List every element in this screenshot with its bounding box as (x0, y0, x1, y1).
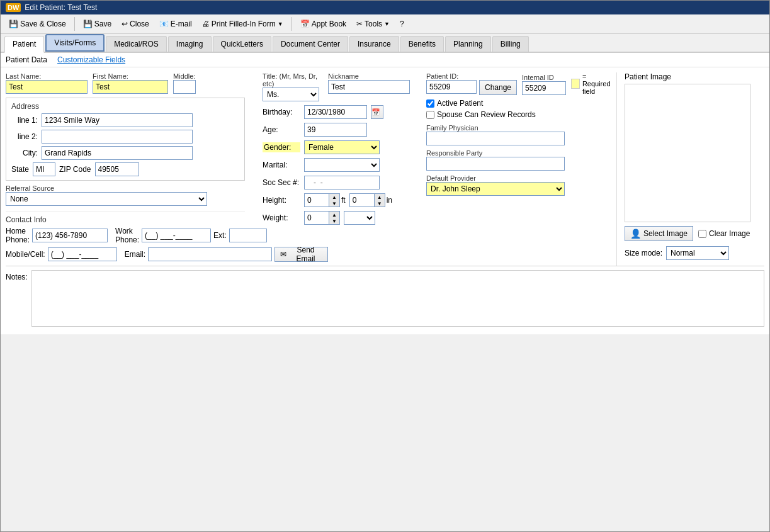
height-in-btns: ▲ ▼ (375, 193, 385, 207)
middle-input[interactable] (173, 80, 196, 94)
last-name-input[interactable] (6, 80, 88, 94)
spouse-review-label: Spouse Can Review Records (426, 110, 605, 119)
sub-tab-customizable-fields[interactable]: Customizable Fields (57, 55, 125, 64)
notes-container (31, 270, 764, 327)
notes-section: Notes: (6, 266, 764, 329)
birthday-input[interactable] (304, 105, 367, 119)
nickname-input[interactable] (328, 80, 410, 94)
print-icon: 🖨 (202, 20, 210, 28)
tab-planning[interactable]: Planning (445, 36, 491, 52)
state-input[interactable] (33, 162, 55, 176)
weight-unit-select[interactable] (344, 211, 375, 225)
patient-id-controls: Change (426, 80, 517, 95)
soc-sec-label: Soc Sec #: (263, 178, 300, 187)
height-in-group: ▲ ▼ in (349, 193, 392, 207)
spouse-review-checkbox[interactable] (426, 111, 434, 119)
birthday-row: Birthday: 📅 (263, 105, 410, 119)
height-ft-input[interactable] (304, 193, 329, 207)
default-provider-select[interactable]: Dr. John Sleep (426, 182, 565, 196)
title-select[interactable]: Ms. (263, 88, 319, 101)
tools-dropdown-arrow: ▼ (384, 21, 390, 27)
height-in-down[interactable]: ▼ (375, 200, 385, 207)
patient-id-input[interactable] (426, 80, 477, 94)
soc-sec-input[interactable] (304, 176, 380, 190)
internal-id-input[interactable] (522, 81, 566, 95)
select-image-button[interactable]: 👤 Select Image (625, 226, 693, 241)
contact-label: Contact Info (6, 215, 245, 224)
work-phone-input[interactable] (142, 229, 211, 242)
city-input[interactable] (42, 146, 193, 160)
email-button[interactable]: 📧 E-mail (155, 17, 196, 31)
weight-up[interactable]: ▲ (329, 212, 339, 218)
age-row: Age: (263, 123, 410, 137)
middle-group: Middle: (173, 72, 196, 94)
save-button[interactable]: 💾 Save (79, 17, 116, 31)
marital-row: Marital: Single Married Divorced Widowed (263, 158, 410, 172)
responsible-party-label: Responsible Party (426, 149, 605, 157)
height-in-up[interactable]: ▲ (375, 194, 385, 200)
marital-label: Marital: (263, 161, 300, 169)
required-label: = Required field (582, 72, 614, 95)
weight-btns: ▲ ▼ (329, 211, 340, 225)
age-input[interactable] (304, 123, 367, 137)
height-ft-up[interactable]: ▲ (329, 194, 339, 200)
email-input[interactable] (148, 247, 272, 261)
address-line1-row: line 1: (11, 113, 239, 127)
tab-imaging[interactable]: Imaging (168, 36, 212, 52)
tab-medical-ros[interactable]: Medical/ROS (106, 36, 167, 52)
size-mode-select[interactable]: Normal Stretch Fit (666, 246, 729, 260)
referral-select[interactable]: None (6, 192, 207, 206)
change-button[interactable]: Change (479, 80, 517, 95)
tab-billing[interactable]: Billing (492, 36, 529, 52)
patient-id-row: Patient ID: Change Internal ID (426, 72, 605, 95)
weight-input[interactable] (304, 211, 329, 225)
sub-tab-bar: Patient Data Customizable Fields (1, 53, 769, 67)
notes-textarea[interactable] (32, 271, 764, 326)
close-button[interactable]: ↩ Close (117, 17, 154, 31)
print-button[interactable]: 🖨 Print Filled-In Form ▼ (198, 17, 288, 31)
calendar-button[interactable]: 📅 (371, 105, 383, 119)
size-mode-label: Size mode: (625, 249, 662, 258)
active-patient-checkbox[interactable] (426, 99, 434, 108)
gender-select[interactable]: Female Male Other (304, 140, 380, 154)
marital-select[interactable]: Single Married Divorced Widowed (304, 158, 380, 172)
appt-book-button[interactable]: 📅 Appt Book (296, 17, 351, 31)
height-in-input[interactable] (349, 193, 375, 207)
ft-label: ft (341, 196, 346, 205)
height-ft-down[interactable]: ▼ (329, 200, 339, 207)
gender-row: Gender: Female Male Other (263, 140, 410, 154)
tab-document-center[interactable]: Document Center (273, 36, 348, 52)
tab-visits-forms[interactable]: Visits/Forms (45, 34, 105, 52)
referral-label: Referral Source (6, 184, 245, 192)
tools-button[interactable]: ✂ Tools ▼ (352, 17, 394, 31)
weight-label: Weight: (263, 213, 300, 222)
window-title: Edit Patient: Test Test (25, 3, 97, 12)
responsible-party-input[interactable] (426, 157, 565, 171)
help-button[interactable]: ? (395, 17, 409, 31)
zip-input[interactable] (95, 162, 139, 176)
tab-patient[interactable]: Patient (4, 36, 44, 53)
sub-tab-patient-data[interactable]: Patient Data (6, 55, 47, 64)
address-line1-input[interactable] (42, 113, 193, 127)
height-ft-btns: ▲ ▼ (329, 193, 340, 207)
weight-down[interactable]: ▼ (329, 218, 339, 224)
responsible-party-group: Responsible Party (426, 149, 605, 171)
first-name-input[interactable] (93, 80, 168, 94)
title-group: Title: (Mr, Mrs, Dr, etc) Ms. (263, 72, 323, 101)
mobile-input[interactable] (48, 247, 117, 261)
address-line2-input[interactable] (42, 130, 193, 144)
clear-image-checkbox[interactable] (698, 230, 706, 238)
default-provider-label: Default Provider (426, 174, 605, 182)
default-provider-group: Default Provider Dr. John Sleep (426, 174, 605, 196)
save-close-button[interactable]: 💾 Save & Close (4, 17, 71, 31)
nickname-group: Nickname (328, 72, 410, 101)
tab-insurance[interactable]: Insurance (349, 36, 399, 52)
family-physician-input[interactable] (426, 132, 565, 145)
tab-quickletters[interactable]: QuickLetters (213, 36, 271, 52)
patient-image-box (625, 84, 750, 222)
home-phone-input[interactable] (32, 229, 108, 242)
phone-row: Home Phone: Work Phone: Ext: (6, 227, 245, 244)
main-tab-bar: Patient Visits/Forms Medical/ROS Imaging… (1, 34, 769, 53)
last-name-label: Last Name: (6, 72, 88, 80)
tab-benefits[interactable]: Benefits (400, 36, 444, 52)
